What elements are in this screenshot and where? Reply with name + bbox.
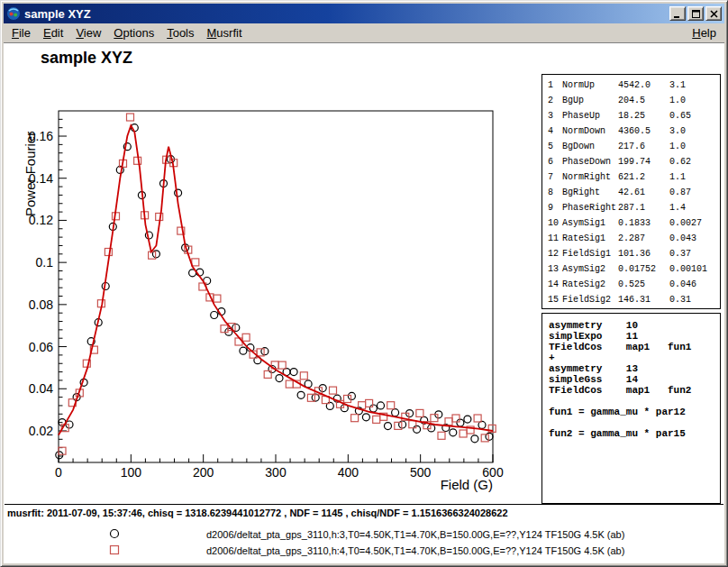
window-controls [668,6,722,21]
stat-row: 2BgUp204.51.0 [548,93,720,108]
theory-line: TFieldCos map1 fun1 [549,342,720,352]
parameter-stat-box: 1NormUp4542.03.12BgUp204.51.03PhaseUp18.… [541,74,721,309]
app-icon [6,6,21,21]
plot-svg[interactable]: 01002003004005006000.020.040.060.080.10.… [8,95,531,500]
theory-line [549,417,720,428]
plot-title: sample XYZ [41,49,132,68]
theory-line: simplExpo 11 [549,331,720,342]
close-icon [710,5,718,22]
stat-row: 12FieldSig1101.360.37 [548,246,720,261]
window-title: sample XYZ [24,7,668,21]
stat-row: 1NormUp4542.03.1 [548,78,720,93]
legend-square-marker-icon [108,544,121,560]
stat-row: 15FieldSig2146.310.31 [548,292,720,307]
x-axis: 0100200300400500600 [55,454,504,480]
svg-text:300: 300 [265,465,287,480]
stat-row: 14RateSig20.5250.046 [548,277,720,292]
legend-label: d2006/deltat_pta_gps_3110,h:4,T0=4.50K,T… [206,545,624,556]
legend-circle-marker-icon [108,527,121,544]
series-squares [59,114,496,454]
theory-line: asymmetry 10 [549,320,720,331]
svg-text:0.08: 0.08 [29,297,53,312]
svg-text:0: 0 [55,465,62,480]
stat-row: 11RateSig12.2870.043 [548,231,720,246]
theory-stat-box: asymmetry 10simplExpo 11TFieldCos map1 f… [541,313,721,504]
stat-row: 7NormRight621.21.1 [548,169,720,185]
theory-line: fun1 = gamma_mu * par12 [549,407,720,417]
fit-line [59,125,493,434]
svg-text:0.02: 0.02 [29,424,53,438]
title-bar[interactable]: sample XYZ [4,4,724,23]
theory-line: TFieldCos map1 fun2 [549,385,720,396]
maximize-icon [692,5,700,22]
stat-row: 4NormDown4360.53.0 [548,123,720,139]
close-button[interactable] [705,6,722,21]
menu-item-musrfit[interactable]: Musrfit [201,24,249,41]
theory-line [549,396,720,407]
menu-item-tools[interactable]: Tools [160,24,200,41]
minimize-icon [674,5,682,22]
stat-row: 5BgDown217.61.0 [548,139,720,154]
svg-text:400: 400 [338,465,359,480]
legend-row: d2006/deltat_pta_gps_3110,h:3,T0=4.50K,T… [4,527,724,542]
maximize-button[interactable] [687,6,704,21]
stat-row: 9PhaseRight287.11.4 [548,200,720,215]
svg-text:0.1: 0.1 [36,255,54,270]
menu-item-view[interactable]: View [69,24,107,41]
fit-status-text: musrfit: 2011-07-09, 15:37:46, chisq = 1… [7,508,508,518]
stat-row: 10AsymSig10.18330.0027 [548,215,720,231]
stat-row: 6PhaseDown199.740.62 [548,154,720,169]
svg-text:Field (G): Field (G) [441,477,493,492]
menu-bar: FileEditViewOptionsToolsMusrfitHelp [4,23,724,43]
axis-titles: Field (G)Power Fourier [23,132,493,492]
theory-line: asymmetry 13 [549,363,720,374]
svg-text:Power Fourier: Power Fourier [23,132,38,216]
menu-item-options[interactable]: Options [107,24,160,41]
stat-row: 8BgRight42.610.87 [548,185,720,200]
theory-line: fun2 = gamma_mu * par15 [549,428,720,439]
menu-item-help[interactable]: Help [686,24,723,41]
theory-line: simpleGss 14 [549,374,720,385]
legend-row: d2006/deltat_pta_gps_3110,h:4,T0=4.50K,T… [4,544,724,558]
root-canvas[interactable]: sample XYZ 01002003004005006000.020.040.… [4,44,724,563]
legend-label: d2006/deltat_pta_gps_3110,h:3,T0=4.50K,T… [206,529,624,540]
theory-line: + [549,352,720,363]
bottom-pad-divider [5,504,723,505]
stat-row: 3PhaseUp18.250.65 [548,108,720,123]
plot-frame [59,111,493,462]
menu-item-edit[interactable]: Edit [37,24,69,41]
stat-row: 13AsymSig20.017520.00101 [548,261,720,277]
menu-item-file[interactable]: File [5,24,37,41]
svg-text:100: 100 [121,465,142,480]
svg-text:500: 500 [410,465,432,480]
application-window: sample XYZ FileEditViewOptionsToolsMusrf… [0,0,728,567]
minimize-button[interactable] [669,6,686,21]
svg-text:0.04: 0.04 [29,381,53,396]
svg-text:200: 200 [193,465,214,480]
svg-text:0.06: 0.06 [29,340,53,354]
